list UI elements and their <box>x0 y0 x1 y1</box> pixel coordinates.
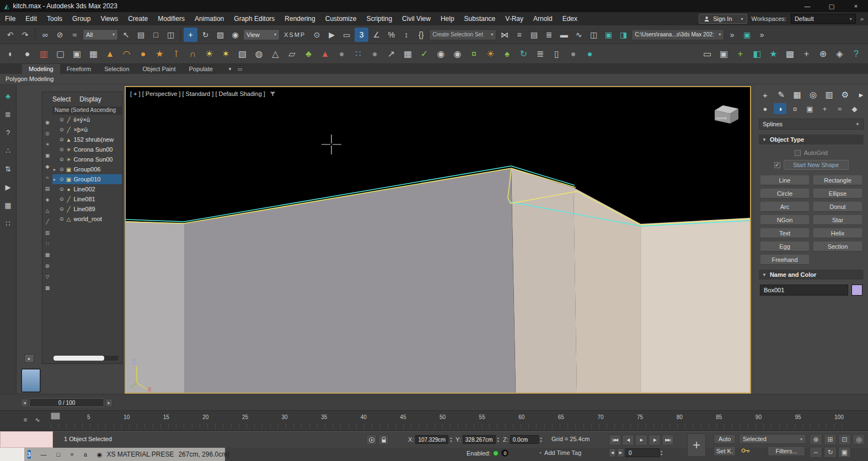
ribbon-dropdown-icon[interactable]: ▾ <box>225 64 235 74</box>
zoom-all-icon[interactable]: ⊞ <box>824 434 837 445</box>
section-button[interactable]: Section <box>813 241 862 251</box>
fire-icon[interactable]: ▲ <box>318 46 333 62</box>
geometry-category-icon[interactable]: ● <box>759 103 771 114</box>
sunlight-icon[interactable]: ☀ <box>483 46 498 62</box>
wire-box-icon[interactable]: ▧ <box>235 46 250 62</box>
rectangular-selection-icon[interactable]: □ <box>149 28 163 42</box>
camera-icon[interactable]: ◉ <box>433 46 448 62</box>
select-and-move-icon[interactable]: + <box>184 28 197 42</box>
ngon-button[interactable]: NGon <box>760 215 810 225</box>
scene-explorer-toggle-icon[interactable]: ▤ <box>527 28 541 42</box>
create-selection-set-field[interactable]: Create Selection Set ▾ <box>429 29 496 40</box>
zero-badge[interactable]: 0 <box>501 449 508 457</box>
name-color-rollout-header[interactable]: ▼ Name and Color <box>759 270 864 280</box>
lights-category-icon[interactable]: ¤ <box>789 103 801 114</box>
scene-explorer-rail-icon[interactable]: ♣ <box>2 90 15 102</box>
swap-arrows-icon[interactable]: ⇅ <box>2 163 15 175</box>
snap-toggle-3d-icon[interactable]: 3 <box>355 28 368 42</box>
toolbar-overflow2-icon[interactable]: » <box>755 28 769 42</box>
export-sphere-icon[interactable]: ↗ <box>384 46 399 62</box>
explorer-menu-select[interactable]: Select <box>48 95 75 103</box>
visibility-eye-icon[interactable]: ⊙ <box>60 137 64 142</box>
expand-plus-icon[interactable]: + <box>799 46 814 62</box>
menu-help[interactable]: Help <box>436 12 459 25</box>
object-color-swatch[interactable] <box>851 285 862 296</box>
spinner-down-icon[interactable]: ▾ <box>661 453 662 456</box>
bg-close-icon[interactable]: × <box>70 451 73 458</box>
tab-freeform[interactable]: Freeform <box>60 64 98 74</box>
menu-customize[interactable]: Customize <box>320 12 362 25</box>
systems-category-icon[interactable]: ◆ <box>848 103 861 114</box>
create-tab-icon[interactable]: + <box>759 89 771 101</box>
visibility-eye-icon[interactable]: ⊙ <box>60 186 64 192</box>
list-item[interactable]: ⊙△world_root <box>52 214 122 224</box>
explorer-menu-display[interactable]: Display <box>75 95 105 103</box>
cone-icon[interactable]: ▲ <box>103 46 117 62</box>
explorer-column-header[interactable]: Name (Sorted Ascending <box>52 106 122 115</box>
window-crossing-icon[interactable]: ◫ <box>164 28 178 42</box>
list-item[interactable]: ▸⊙▣Group006 <box>52 164 122 174</box>
start-new-shape-button[interactable]: Start New Shape <box>784 160 849 170</box>
tab-populate[interactable]: Populate <box>182 64 219 74</box>
donut-button[interactable]: Donut <box>813 201 862 212</box>
align-icon[interactable]: ≡ <box>512 28 526 42</box>
substance-bottle-icon[interactable]: ▯ <box>549 46 564 62</box>
dark-circle-icon[interactable]: ● <box>566 46 581 62</box>
y-coordinate-field[interactable]: 328.267cm <box>463 435 496 444</box>
key-filters-button[interactable]: Filters... <box>768 446 805 456</box>
go-to-end-button[interactable]: ▶▶| <box>662 435 674 446</box>
sun-icon[interactable]: ☀ <box>202 46 217 62</box>
menu-arnold[interactable]: Arnold <box>528 12 558 25</box>
spacewarps-category-icon[interactable]: ≈ <box>833 103 846 114</box>
angle-snap-icon[interactable]: ∠ <box>369 28 383 42</box>
redo-icon[interactable]: ↷ <box>18 28 32 42</box>
maxscript-mini-listener[interactable] <box>0 431 53 448</box>
ellipse-button[interactable]: Ellipse <box>813 188 862 199</box>
color-dots-icon[interactable]: ∷ <box>351 46 366 62</box>
film-clip-icon[interactable]: ▭ <box>700 46 715 62</box>
display-splines-icon[interactable]: ╱ <box>44 218 52 226</box>
menu-modifiers[interactable]: Modifiers <box>153 12 190 25</box>
menu-views[interactable]: Views <box>95 12 123 25</box>
go-to-start-button[interactable]: |◀◀ <box>609 435 621 446</box>
foliage-icon[interactable]: ♣ <box>301 46 316 62</box>
pyramid-icon[interactable]: △ <box>268 46 283 62</box>
list-item[interactable]: ⊙●Line002 <box>52 184 122 194</box>
bg-minimize-icon[interactable]: — <box>41 451 47 458</box>
list-item[interactable]: ⊙╱ii×ý×ū <box>52 115 122 125</box>
menu-graph-editors[interactable]: Graph Editors <box>229 12 280 25</box>
list-item[interactable]: ⊙☀Corona Sun00 <box>52 154 122 164</box>
visibility-eye-icon[interactable]: ⊙ <box>60 196 64 202</box>
gray-sphere-icon[interactable]: ● <box>334 46 349 62</box>
bg-maximize-icon[interactable]: □ <box>57 451 61 458</box>
tab-selection[interactable]: Selection <box>98 64 136 74</box>
isolate-selection-icon[interactable] <box>366 435 377 445</box>
menu-edit[interactable]: Edit <box>20 12 42 25</box>
x-coordinate-field[interactable]: 107.329cm <box>415 435 448 444</box>
select-and-link-icon[interactable]: ∞ <box>38 28 52 42</box>
dark-sphere-icon[interactable]: ● <box>367 46 382 62</box>
expand-arrow-icon[interactable]: ▸ <box>53 167 58 172</box>
building-icon[interactable]: ▦ <box>400 46 415 62</box>
menu-file[interactable]: File <box>0 12 20 25</box>
checker-icon[interactable]: ▦ <box>2 199 15 211</box>
display-xrefs-icon[interactable]: ◈ <box>44 196 52 203</box>
lightmix-icon[interactable]: ◧ <box>749 46 764 62</box>
mirror-icon[interactable]: ⋈ <box>497 28 511 42</box>
schematic-view-icon[interactable]: ◫ <box>587 28 601 42</box>
enabled-green-dot-icon[interactable] <box>493 451 499 456</box>
maximize-button[interactable]: ▢ <box>819 0 844 12</box>
menubar-overflow-icon[interactable]: » <box>860 15 864 22</box>
arc-button[interactable]: Arc <box>760 201 810 212</box>
select-and-manipulate-icon[interactable]: ▶ <box>325 28 339 42</box>
visibility-eye-icon[interactable]: ⊙ <box>60 117 64 122</box>
viewport-layout-button[interactable] <box>21 368 41 393</box>
add-plus-icon[interactable]: + <box>733 46 748 62</box>
current-frame-field[interactable]: 0 <box>625 448 660 457</box>
set-key-button[interactable]: Set K. <box>714 446 736 456</box>
spinner-down-icon[interactable]: ▾ <box>497 439 499 443</box>
coordinate-system-dropdown[interactable]: View ▾ <box>243 29 280 40</box>
lock-selection-icon[interactable] <box>378 435 389 445</box>
menu-animation[interactable]: Animation <box>190 12 229 25</box>
starburst-icon[interactable]: ✶ <box>218 46 233 62</box>
